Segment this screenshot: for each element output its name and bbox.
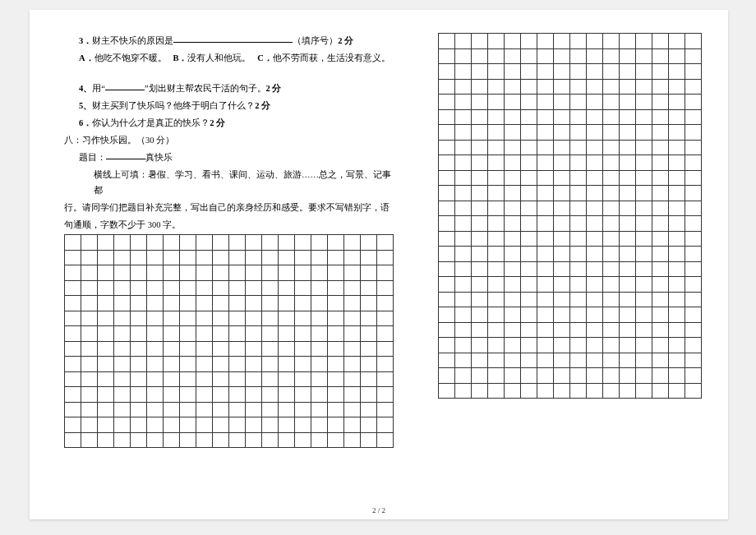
q6-number: 6． <box>79 118 92 127</box>
section8-heading-text: 八：习作快乐园。（30 分） <box>64 136 174 145</box>
q6-text: 你认为什么才是真正的快乐？ <box>92 118 210 127</box>
page-number: 2 / 2 <box>372 506 385 514</box>
opt-b-label: B． <box>173 53 187 62</box>
topic-blank[interactable] <box>106 150 145 159</box>
q3-points: 2 分 <box>338 36 353 45</box>
q3-blank[interactable] <box>173 33 293 43</box>
opt-c-label: C． <box>257 53 273 62</box>
q5-text: 财主买到了快乐吗？他终于明白了什么？ <box>92 101 255 110</box>
q5-number: 5、 <box>79 101 92 110</box>
instruction-line-2: 行。请同学们把题目补充完整，写出自己的亲身经历和感受。要求不写错别字，语 <box>64 200 393 215</box>
q4-number: 4、 <box>79 84 92 93</box>
instruction-line-1: 横线上可填：暑假、学习、看书、课间、运动、旅游……总之，写景、记事都 <box>64 167 393 198</box>
question-4: 4、用“”划出财主帮农民干活的句子。2 分 <box>64 81 393 96</box>
spacer <box>64 67 393 79</box>
topic-suffix: 真快乐 <box>145 153 173 162</box>
topic-label: 题目： <box>79 153 106 162</box>
q4-after: ”划出财主帮农民干活的句子。 <box>145 84 266 93</box>
para2: 行。请同学们把题目补充完整，写出自己的亲身经历和感受。要求不写错别字，语 <box>64 203 390 212</box>
page-footer: 2 / 2 <box>30 506 728 514</box>
opt-a-label: A． <box>79 53 94 62</box>
question-6: 6．你认为什么才是真正的快乐？2 分 <box>64 115 393 131</box>
q5-points: 2 分 <box>255 101 270 110</box>
q4-blank[interactable] <box>105 81 145 90</box>
section-8-heading: 八：习作快乐园。（30 分） <box>64 132 393 148</box>
instruction-line-3: 句通顺，字数不少于 300 字。 <box>64 217 393 233</box>
topic-line: 题目：真快乐 <box>64 150 393 165</box>
question-block: 3．财主不快乐的原因是（填序号）2 分 A．他吃不饱穿不暖。 B．没有人和他玩。… <box>64 33 393 234</box>
question-3-options: A．他吃不饱穿不暖。 B．没有人和他玩。 C．他不劳而获，生活没有意义。 <box>64 50 393 66</box>
question-5: 5、财主买到了快乐吗？他终于明白了什么？2 分 <box>64 98 393 113</box>
q4-points: 2 分 <box>266 84 282 93</box>
q3-number: 3． <box>79 36 92 45</box>
q6-points: 2 分 <box>210 118 225 127</box>
opt-a-text: 他吃不饱穿不暖。 <box>94 53 167 62</box>
q4-before: 用“ <box>92 84 105 93</box>
opt-c-text: 他不劳而获，生活没有意义。 <box>273 53 390 62</box>
writing-grid-left[interactable] <box>64 234 394 448</box>
writing-grid-right[interactable] <box>438 33 702 399</box>
q3-text-before: 财主不快乐的原因是 <box>92 36 173 45</box>
document-page: 3．财主不快乐的原因是（填序号）2 分 A．他吃不饱穿不暖。 B．没有人和他玩。… <box>30 10 728 519</box>
para3: 句通顺，字数不少于 300 字。 <box>64 220 181 229</box>
q3-text-after: （填序号） <box>293 36 338 45</box>
para1: 横线上可填：暑假、学习、看书、课间、运动、旅游……总之，写景、记事都 <box>94 170 391 195</box>
opt-b-text: 没有人和他玩。 <box>187 53 251 62</box>
question-3: 3．财主不快乐的原因是（填序号）2 分 <box>64 33 393 48</box>
